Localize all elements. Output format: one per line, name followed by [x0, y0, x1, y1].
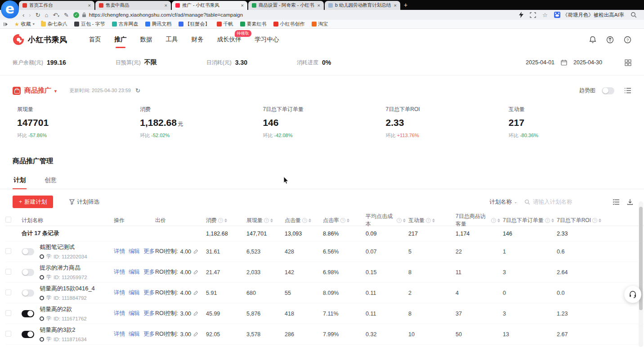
- management-tab[interactable]: 计划: [13, 173, 27, 189]
- info-icon[interactable]: ?: [592, 218, 597, 223]
- screenshot-icon[interactable]: [530, 12, 536, 18]
- plan-name[interactable]: 提示的潜力商品: [40, 264, 87, 272]
- column-header[interactable]: 操作: [114, 217, 155, 224]
- column-settings-icon[interactable]: [613, 199, 620, 205]
- date-range-start[interactable]: 2025-04-01: [526, 59, 555, 66]
- sort-icon[interactable]: [551, 218, 554, 222]
- plan-name[interactable]: 销量高的2款: [40, 305, 87, 313]
- rewards-icon[interactable]: [606, 36, 614, 44]
- sort-icon[interactable]: [599, 218, 601, 222]
- row-checkbox[interactable]: [5, 248, 11, 254]
- edit-bid-icon[interactable]: [193, 332, 198, 337]
- sort-icon[interactable]: [403, 218, 406, 222]
- browser-tab[interactable]: 推广 - 小红书乘风 ×: [172, 1, 247, 10]
- sort-icon[interactable]: [224, 218, 227, 222]
- nav-item[interactable]: 学习中心: [255, 29, 279, 50]
- plan-name[interactable]: 销量高的3款2: [40, 326, 87, 334]
- browser-tab[interactable]: b 幼儿园劳动教育计划总结方案 ×: [325, 1, 400, 10]
- edit-bid-icon[interactable]: [193, 290, 198, 295]
- column-header[interactable]: 7日总商品访客量 ?: [456, 213, 503, 228]
- ai-checker-chip[interactable]: 《荷塘月色》被检出高AI率: [554, 12, 624, 18]
- bookmark-item[interactable]: 杂七杂八: [41, 21, 67, 27]
- sort-icon[interactable]: [309, 218, 311, 222]
- new-tab-button[interactable]: +: [404, 1, 407, 9]
- undo-icon[interactable]: ↶▾: [53, 12, 59, 18]
- column-header[interactable]: 展现量 ?: [246, 217, 285, 224]
- sort-icon[interactable]: [270, 218, 273, 222]
- plan-enable-toggle[interactable]: [22, 310, 34, 317]
- sort-icon[interactable]: [497, 218, 500, 222]
- name-filter-dropdown[interactable]: 计划名称 ⌄: [489, 198, 517, 206]
- detail-link[interactable]: 详情: [114, 310, 125, 317]
- info-icon[interactable]: ?: [397, 218, 402, 223]
- plan-enable-toggle[interactable]: [22, 269, 34, 276]
- tab-close-icon[interactable]: ×: [317, 3, 321, 8]
- trend-chart-toggle[interactable]: [602, 87, 614, 94]
- more-link[interactable]: 更多: [143, 330, 155, 338]
- favorite-star-icon[interactable]: ☆: [542, 12, 548, 18]
- tab-close-icon[interactable]: ×: [393, 3, 398, 8]
- sort-icon[interactable]: [432, 218, 435, 222]
- bell-icon[interactable]: [589, 36, 596, 44]
- bookmark-item[interactable]: 千帆: [217, 21, 233, 27]
- edit-link[interactable]: 编辑: [129, 268, 140, 276]
- nav-item[interactable]: 推广: [115, 29, 127, 50]
- bookmark-item[interactable]: 腾讯文档: [145, 21, 172, 27]
- url-box[interactable]: ✓ https://chengfeng.xiaohongshu.com/cf/a…: [73, 12, 514, 18]
- column-header[interactable]: 互动量 ?: [408, 217, 456, 224]
- list-view-icon[interactable]: [624, 88, 631, 93]
- support-fab[interactable]: [624, 286, 641, 303]
- promo-type-title[interactable]: 商品推广: [24, 86, 51, 95]
- column-header[interactable]: 7日总下单ROI ?: [557, 217, 644, 224]
- help-icon[interactable]: ?: [624, 36, 631, 44]
- column-header[interactable]: 点击量 ?: [285, 217, 323, 224]
- plan-enable-toggle[interactable]: [22, 248, 34, 255]
- row-checkbox[interactable]: [5, 269, 11, 275]
- edit-link[interactable]: 编辑: [129, 310, 140, 317]
- detail-link[interactable]: 详情: [114, 330, 125, 338]
- column-header[interactable]: 出价: [155, 217, 206, 224]
- plan-search-box[interactable]: [524, 199, 605, 205]
- bookmark-item[interactable]: 豆包 - 字节: [74, 21, 105, 27]
- flash-icon[interactable]: [519, 12, 523, 18]
- nav-item[interactable]: 首页: [89, 29, 101, 50]
- column-header[interactable]: 7日总下单订单量 ?: [503, 217, 557, 224]
- tab-close-icon[interactable]: ×: [87, 3, 92, 8]
- home-icon[interactable]: ⌂: [45, 12, 49, 18]
- download-icon[interactable]: [627, 199, 633, 205]
- row-checkbox[interactable]: [5, 331, 11, 337]
- calendar-icon[interactable]: [561, 59, 567, 66]
- edit-bid-icon[interactable]: [193, 270, 198, 275]
- detail-link[interactable]: 详情: [114, 268, 125, 276]
- column-header[interactable]: 计划名称: [22, 217, 114, 224]
- plan-enable-toggle[interactable]: [22, 331, 34, 338]
- nav-item[interactable]: 财务: [192, 29, 204, 50]
- sort-icon[interactable]: [347, 218, 349, 222]
- back-icon[interactable]: ‹: [22, 12, 24, 18]
- more-link[interactable]: 更多: [143, 248, 155, 255]
- info-icon[interactable]: ?: [491, 218, 496, 223]
- info-icon[interactable]: ?: [264, 218, 269, 223]
- select-all-checkbox[interactable]: [5, 217, 11, 222]
- bookmark-item[interactable]: 淘宝: [312, 21, 328, 27]
- new-plan-button[interactable]: + 新建计划: [13, 196, 53, 208]
- edit-bid-icon[interactable]: [193, 249, 198, 254]
- column-header[interactable]: 点击率 ?: [323, 217, 366, 224]
- info-icon[interactable]: ?: [340, 218, 345, 223]
- info-icon[interactable]: ?: [545, 218, 550, 223]
- reload-icon[interactable]: ↻: [36, 12, 40, 18]
- plan-search-input[interactable]: [533, 199, 600, 205]
- browser-tab[interactable]: 商品设置 - 阿奇索 - 小红书自动 ×: [248, 1, 324, 10]
- plan-name[interactable]: 截图笔记测试: [40, 243, 87, 251]
- row-checkbox[interactable]: [5, 310, 11, 316]
- info-icon[interactable]: ?: [426, 218, 431, 223]
- bookmark-item[interactable]: 小红书创作: [273, 21, 305, 27]
- detail-link[interactable]: 详情: [114, 248, 125, 255]
- favorites-menu[interactable]: ★ 收藏 ▾: [14, 21, 35, 27]
- edit-link[interactable]: 编辑: [129, 248, 140, 255]
- forward-icon[interactable]: ›: [29, 12, 31, 18]
- browser-tab[interactable]: 售卖中商品 ×: [95, 1, 171, 10]
- info-icon[interactable]: ?: [302, 218, 307, 223]
- nav-item[interactable]: 成长伙伴 待领取: [217, 29, 242, 50]
- detail-link[interactable]: 详情: [114, 289, 125, 297]
